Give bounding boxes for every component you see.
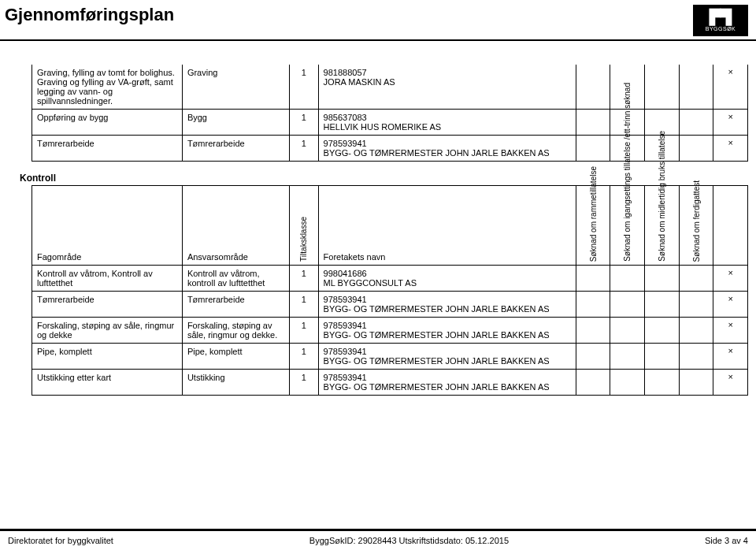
check-cell xyxy=(576,136,610,162)
table-cell: Bygg xyxy=(182,110,289,136)
table-cell: Oppføring av bygg xyxy=(32,110,183,136)
footer-left: Direktoratet for byggkvalitet xyxy=(8,536,113,545)
col-fagomrade: Fagområde xyxy=(32,186,183,266)
table-cell: 981888057 JORA MASKIN AS xyxy=(318,65,576,110)
table-cell: Forskaling, støping av såle, ringmur og … xyxy=(182,318,289,344)
col-tiltaksklasse: Tiltaksklasse xyxy=(290,186,318,266)
page-title: Gjennomføringsplan xyxy=(5,5,174,25)
check-cell xyxy=(679,136,713,162)
table-cell: Tømrerarbeide xyxy=(182,292,289,318)
table-cell: 985637083 HELLVIK HUS ROMERIKE AS xyxy=(318,110,576,136)
table-cell: 998041686 ML BYGGCONSULT AS xyxy=(318,266,576,292)
table-cell: 978593941 BYGG- OG TØMRERMESTER JOHN JAR… xyxy=(318,370,576,396)
control-header-row: Fagområde Ansvarsområde Tiltaksklasse Fo… xyxy=(32,186,748,266)
table-row: Pipe, komplettPipe, komplett1978593941 B… xyxy=(32,344,748,370)
table-cell: 1 xyxy=(290,110,318,136)
logo-flag-icon: ▛▜ xyxy=(710,10,732,24)
check-cell xyxy=(610,370,645,396)
col-extra xyxy=(713,186,748,266)
check-cell xyxy=(645,65,680,110)
table-cell: 1 xyxy=(290,136,318,162)
page-footer: Direktoratet for byggkvalitet ByggSøkID:… xyxy=(0,529,756,550)
check-cell xyxy=(576,344,610,370)
check-cell: × xyxy=(713,110,748,136)
table-cell: Pipe, komplett xyxy=(182,344,289,370)
check-cell xyxy=(645,292,680,318)
col-ferdigattest: Søknad om ferdigattest xyxy=(679,186,713,266)
check-cell xyxy=(576,370,610,396)
table-cell: 1 xyxy=(290,344,318,370)
logo: ▛▜ BYGGSØK xyxy=(693,5,748,36)
table-cell: Utstikking etter kart xyxy=(32,370,183,396)
check-cell xyxy=(679,65,713,110)
check-cell: × xyxy=(713,136,748,162)
col-foretakets-navn: Foretakets navn xyxy=(318,186,576,266)
table-cell: 978593941 BYGG- OG TØMRERMESTER JOHN JAR… xyxy=(318,318,576,344)
table-cell: Forskaling, støping av såle, ringmur og … xyxy=(32,318,183,344)
table-cell: Graving, fylling av tomt for bolighus. G… xyxy=(32,65,183,110)
check-cell xyxy=(679,110,713,136)
table-cell: 1 xyxy=(290,292,318,318)
check-cell xyxy=(645,370,680,396)
check-cell xyxy=(610,266,645,292)
table-cell: Kontroll av våtrom, Kontroll av lufttett… xyxy=(32,266,183,292)
check-cell xyxy=(679,370,713,396)
check-cell: × xyxy=(713,318,748,344)
check-cell xyxy=(645,344,680,370)
check-cell xyxy=(679,344,713,370)
table-cell: 1 xyxy=(290,318,318,344)
table-row: Kontroll av våtrom, Kontroll av lufttett… xyxy=(32,266,748,292)
table-cell: Tømrerarbeide xyxy=(32,292,183,318)
check-cell: × xyxy=(713,266,748,292)
table-row: Graving, fylling av tomt for bolighus. G… xyxy=(32,65,748,110)
table-cell: 1 xyxy=(290,370,318,396)
check-cell xyxy=(679,292,713,318)
col-midlertidig: Søknad om midlertidig bruks tillatelse xyxy=(645,186,680,266)
check-cell: × xyxy=(713,370,748,396)
footer-right: Side 3 av 4 xyxy=(705,536,748,545)
col-ansvarsomrade: Ansvarsområde xyxy=(182,186,289,266)
check-cell: × xyxy=(713,65,748,110)
page-header: Gjennomføringsplan ▛▜ BYGGSØK xyxy=(0,0,756,36)
check-cell xyxy=(576,110,610,136)
footer-center: ByggSøkID: 29028443 Utskriftstidsdato: 0… xyxy=(309,536,509,545)
table-cell: 1 xyxy=(290,266,318,292)
col-igangsetting: Søknad om igangsettings tillatelse /ett-… xyxy=(610,186,645,266)
table-row: Oppføring av byggBygg1985637083 HELLVIK … xyxy=(32,110,748,136)
check-cell: × xyxy=(713,344,748,370)
check-cell: × xyxy=(713,292,748,318)
control-table: Fagområde Ansvarsområde Tiltaksklasse Fo… xyxy=(32,185,748,396)
table-cell: Tømrerarbeide xyxy=(182,136,289,162)
col-ramme: Søknad om rammetillatelse xyxy=(576,186,610,266)
table-cell: 978593941 BYGG- OG TØMRERMESTER JOHN JAR… xyxy=(318,136,576,162)
table-cell: 978593941 BYGG- OG TØMRERMESTER JOHN JAR… xyxy=(318,292,576,318)
check-cell xyxy=(610,344,645,370)
section-kontroll-label: Kontroll xyxy=(20,173,748,184)
table-cell: Kontroll av våtrom, kontroll av lufttett… xyxy=(182,266,289,292)
table-cell: Tømrerarbeide xyxy=(32,136,183,162)
check-cell xyxy=(679,318,713,344)
check-cell xyxy=(576,292,610,318)
table-cell: Graving xyxy=(182,65,289,110)
table-row: TømrerarbeideTømrerarbeide1978593941 BYG… xyxy=(32,292,748,318)
check-cell xyxy=(610,292,645,318)
table-row: Forskaling, støping av såle, ringmur og … xyxy=(32,318,748,344)
check-cell xyxy=(576,266,610,292)
table-row: TømrerarbeideTømrerarbeide1978593941 BYG… xyxy=(32,136,748,162)
check-cell xyxy=(610,318,645,344)
execution-table: Graving, fylling av tomt for bolighus. G… xyxy=(32,65,748,162)
table-cell: Pipe, komplett xyxy=(32,344,183,370)
check-cell xyxy=(645,318,680,344)
check-cell xyxy=(645,266,680,292)
check-cell xyxy=(576,318,610,344)
table-cell: 978593941 BYGG- OG TØMRERMESTER JOHN JAR… xyxy=(318,344,576,370)
check-cell xyxy=(679,266,713,292)
table-cell: Utstikking xyxy=(182,370,289,396)
table-cell: 1 xyxy=(290,65,318,110)
table-row: Utstikking etter kartUtstikking197859394… xyxy=(32,370,748,396)
logo-text: BYGGSØK xyxy=(706,26,736,32)
check-cell xyxy=(576,65,610,110)
